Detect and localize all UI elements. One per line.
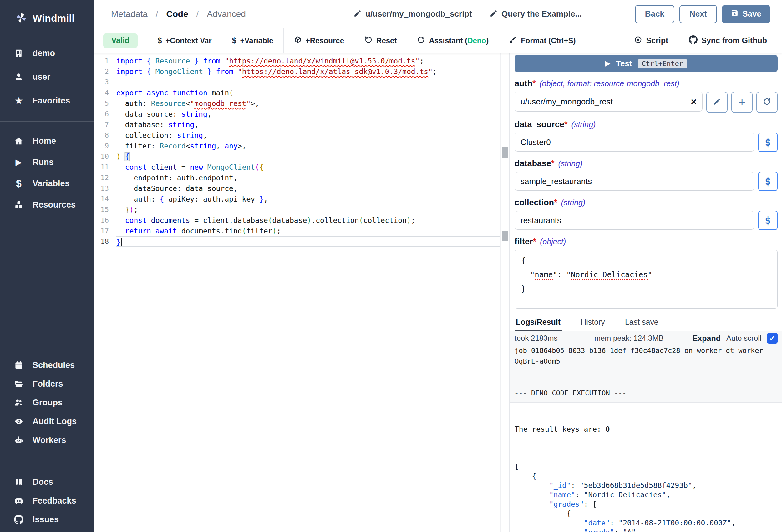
- required-asterisk: *: [554, 198, 558, 207]
- sidebar: Windmill demo user ★ Favorites: [0, 0, 94, 532]
- sidebar-item-schedules[interactable]: Schedules: [0, 356, 94, 375]
- insert-variable-button[interactable]: $: [758, 132, 778, 152]
- tab-last-save[interactable]: Last save: [624, 314, 660, 331]
- collection-input[interactable]: restaurants: [514, 211, 754, 230]
- test-button[interactable]: ▶ Test Ctrl+Enter: [514, 55, 778, 72]
- script-summary-edit[interactable]: Query the Example...: [490, 9, 582, 19]
- database-value: sample_restaurants: [521, 177, 592, 186]
- add-variable-button[interactable]: $ +Variable: [222, 28, 283, 53]
- field-type-annotation: (object, format: resource-mongodb_rest): [540, 79, 679, 88]
- run-panel: ▶ Test Ctrl+Enter auth* (object, format:…: [509, 53, 782, 532]
- sidebar-item-label: Schedules: [33, 360, 75, 370]
- sidebar-item-home[interactable]: Home: [0, 130, 94, 152]
- sidebar-item-docs[interactable]: Docs: [0, 472, 94, 491]
- tab-history[interactable]: History: [579, 314, 606, 331]
- field-name: filter: [514, 237, 533, 246]
- breadcrumb: Metadata / Code / Advanced: [111, 0, 246, 28]
- topbar: Metadata / Code / Advanced u/user/my_mon…: [94, 0, 782, 28]
- sidebar-item-user[interactable]: user: [0, 65, 94, 89]
- reset-button[interactable]: Reset: [354, 28, 406, 53]
- robot-icon: [13, 435, 25, 445]
- editor-scrollbar[interactable]: [500, 53, 509, 532]
- sidebar-item-label: Groups: [33, 398, 63, 408]
- main-area: Metadata / Code / Advanced u/user/my_mon…: [94, 0, 782, 532]
- sidebar-item-label: Home: [33, 136, 56, 146]
- next-button[interactable]: Next: [679, 5, 717, 23]
- expand-button[interactable]: Expand: [692, 334, 721, 343]
- autoscroll-label: Auto scroll: [726, 334, 761, 343]
- insert-variable-button[interactable]: $: [758, 211, 778, 230]
- groups-icon: [13, 398, 25, 407]
- field-name: collection: [514, 198, 554, 207]
- sidebar-item-issues[interactable]: Issues: [0, 510, 94, 529]
- assistant-button[interactable]: Assistant (Deno): [406, 28, 499, 53]
- sidebar-item-workers[interactable]: Workers: [0, 431, 94, 450]
- mem-peak: mem peak: 124.3MB: [594, 334, 664, 343]
- add-resource-button[interactable]: +Resource: [283, 28, 354, 53]
- code-editor[interactable]: 123456789101112131415161718 import { Res…: [94, 53, 509, 532]
- breadcrumb-metadata[interactable]: Metadata: [111, 9, 148, 19]
- required-asterisk: *: [532, 79, 536, 88]
- field-name: auth: [514, 79, 532, 88]
- script-kind-label: Script: [646, 36, 668, 45]
- dollar-icon: $: [13, 178, 25, 189]
- script-summary: Query the Example...: [501, 9, 582, 19]
- sidebar-item-label: Docs: [33, 477, 53, 487]
- add-resource-label: +Resource: [306, 36, 344, 45]
- sidebar-item-audit-logs[interactable]: Audit Logs: [0, 412, 94, 431]
- collection-field-row: restaurants $: [514, 211, 778, 230]
- sidebar-item-label: Variables: [33, 179, 70, 188]
- test-shortcut: Ctrl+Enter: [638, 59, 687, 69]
- filter-json-editor[interactable]: { "name": "Nordic Delicacies"}: [514, 250, 778, 308]
- data-source-value: Cluster0: [521, 138, 749, 147]
- sidebar-item-favorites[interactable]: ★ Favorites: [0, 89, 94, 113]
- autoscroll-checkbox[interactable]: ✓: [767, 333, 778, 344]
- save-label: Save: [742, 9, 761, 19]
- clear-icon[interactable]: ×: [691, 97, 697, 107]
- sidebar-item-folders[interactable]: Folders: [0, 375, 94, 393]
- database-input[interactable]: sample_restaurants: [514, 172, 754, 191]
- sidebar-item-runs[interactable]: ▶ Runs: [0, 152, 94, 173]
- sidebar-item-label: demo: [33, 48, 55, 58]
- script-kind-button[interactable]: Script: [634, 36, 668, 46]
- save-button[interactable]: Save: [722, 5, 770, 23]
- insert-variable-button[interactable]: $: [758, 172, 778, 191]
- result-json: [ { "_id": "5eb3d668b31de5d588f4293b", "…: [514, 462, 778, 532]
- auth-resource-value: u/user/my_mongodb_rest: [521, 97, 691, 107]
- pencil-icon: [490, 9, 498, 19]
- back-button[interactable]: Back: [635, 5, 674, 23]
- database-field-label: database* (string): [514, 159, 778, 168]
- book-icon: [13, 477, 25, 487]
- app-root: Windmill demo user ★ Favorites: [0, 0, 782, 532]
- field-name: database: [514, 159, 551, 168]
- toolbar-right: Script Sync from Github: [634, 35, 782, 46]
- tab-logs-result[interactable]: Logs/Result: [514, 314, 562, 331]
- script-path: u/user/my_mongodb_script: [365, 9, 472, 19]
- save-icon: [731, 9, 739, 19]
- breadcrumb-code[interactable]: Code: [167, 9, 188, 19]
- sidebar-workspace-group: demo user ★ Favorites: [0, 41, 94, 113]
- edit-resource-button[interactable]: [706, 91, 727, 113]
- refresh-resource-button[interactable]: [756, 91, 778, 113]
- add-context-var-button[interactable]: $ +Context Var: [147, 28, 221, 53]
- sidebar-item-workspace-demo[interactable]: demo: [0, 41, 94, 65]
- dollar-icon: $: [232, 36, 237, 45]
- format-button[interactable]: Format (Ctrl+S): [499, 28, 585, 53]
- script-path-edit[interactable]: u/user/my_mongodb_script: [353, 9, 472, 19]
- sidebar-footer-group: Docs Feedbacks Issues: [0, 472, 94, 529]
- auth-resource-input[interactable]: u/user/my_mongodb_rest ×: [514, 91, 703, 112]
- editor-toolbar: Valid $ +Context Var $ +Variable +Resour…: [94, 28, 782, 53]
- sidebar-item-variables[interactable]: $ Variables: [0, 173, 94, 194]
- sidebar-item-resources[interactable]: Resources: [0, 194, 94, 215]
- sidebar-item-groups[interactable]: Groups: [0, 393, 94, 412]
- valid-status-badge: Valid: [103, 33, 138, 48]
- add-resource-inline-button[interactable]: +: [731, 91, 753, 113]
- data-source-input[interactable]: Cluster0: [514, 133, 754, 152]
- sidebar-item-feedbacks[interactable]: Feedbacks: [0, 491, 94, 510]
- star-icon: ★: [13, 95, 25, 107]
- content-split: 123456789101112131415161718 import { Res…: [94, 53, 782, 532]
- breadcrumb-advanced[interactable]: Advanced: [207, 9, 246, 19]
- sync-from-github-button[interactable]: Sync from Github: [689, 35, 767, 46]
- collection-field-label: collection* (string): [514, 198, 778, 207]
- topbar-actions: Back Next Save: [635, 0, 770, 28]
